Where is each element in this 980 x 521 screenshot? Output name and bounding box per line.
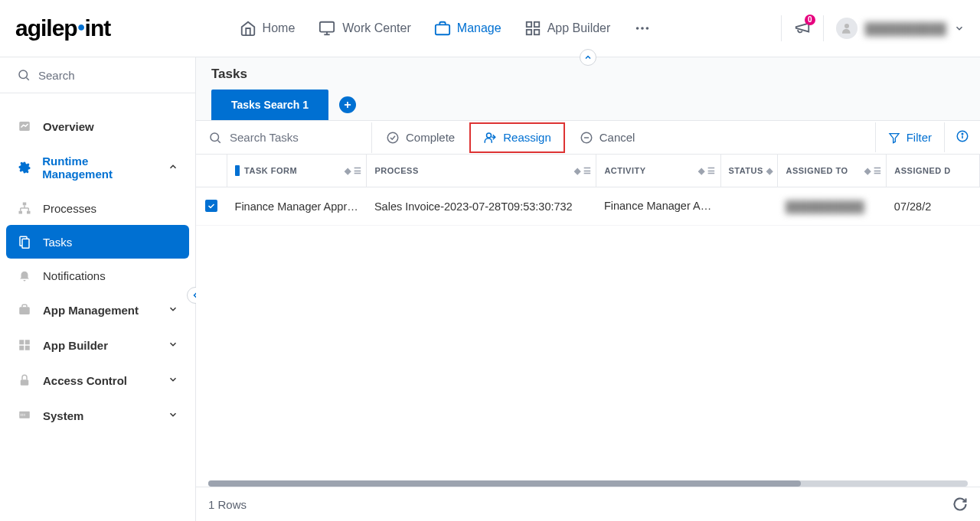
nav-app-builder[interactable]: App Builder (524, 20, 611, 37)
grid-footer: 1 Rows (196, 487, 980, 521)
tasks-grid: TASK FORM ◆ ☰ PROCESS ◆ ☰ ACTIVITY ◆ ☰ (196, 155, 980, 474)
svg-rect-3 (436, 24, 449, 34)
svg-point-12 (19, 70, 28, 79)
sidebar-sub-label: Tasks (43, 236, 72, 249)
col-task-form[interactable]: TASK FORM ◆ ☰ (227, 155, 367, 187)
check-icon (207, 201, 216, 210)
sidebar-item-app-management[interactable]: App Management (0, 292, 195, 327)
col-status[interactable]: STATUS ◆ (720, 155, 778, 187)
sort-controls[interactable]: ◆ ☰ (864, 166, 882, 176)
logo-dot: ● (77, 19, 85, 35)
col-label: TASK FORM (244, 166, 297, 175)
col-label: ACTIVITY (604, 166, 645, 175)
cell-process: Sales Invoice-2023-07-28T09:53:30:732 (367, 187, 596, 226)
svg-rect-7 (534, 30, 538, 34)
row-checkbox[interactable] (205, 200, 217, 212)
add-tab-button[interactable] (339, 96, 356, 113)
svg-rect-25 (19, 307, 30, 314)
chevron-down-icon (168, 409, 178, 422)
cell-task-form: Finance Manager Appro… (227, 187, 367, 226)
svg-point-37 (211, 133, 219, 142)
task-form-icon (235, 165, 240, 176)
search-icon (208, 131, 222, 145)
nav-home[interactable]: Home (240, 20, 296, 37)
sidebar-search-placeholder: Search (38, 69, 75, 82)
chevron-down-icon (954, 23, 965, 34)
complete-label: Complete (406, 131, 455, 144)
home-icon (240, 20, 256, 37)
reassign-button[interactable]: Reassign (469, 122, 565, 153)
nav-home-label: Home (263, 21, 296, 35)
complete-button[interactable]: Complete (372, 122, 469, 153)
sort-controls[interactable]: ◆ ☰ (698, 166, 716, 176)
chevron-down-icon (168, 304, 178, 317)
svg-rect-6 (526, 30, 531, 34)
svg-rect-26 (19, 340, 24, 344)
search-tasks-placeholder: Search Tasks (230, 131, 299, 144)
search-tasks-input[interactable]: Search Tasks (196, 122, 372, 153)
check-circle-icon (386, 131, 400, 145)
nav-more[interactable] (633, 20, 652, 37)
toolbar: Search Tasks Complete Reassign Cancel Fi… (196, 120, 980, 155)
chevron-up-icon (168, 161, 178, 174)
svg-rect-17 (19, 211, 23, 214)
col-process[interactable]: PROCESS ◆ ☰ (367, 155, 596, 187)
nav-work-center-label: Work Center (342, 21, 411, 35)
expand-header-button[interactable] (580, 49, 596, 66)
nav-manage[interactable]: Manage (434, 20, 501, 37)
grid-apps-icon (524, 20, 541, 37)
horizontal-scrollbar[interactable] (208, 480, 968, 487)
col-checkbox[interactable] (196, 155, 227, 187)
table-row[interactable]: Finance Manager Appro… Sales Invoice-202… (196, 187, 980, 226)
svg-rect-28 (19, 346, 24, 350)
row-checkbox-cell[interactable] (196, 187, 227, 226)
svg-rect-5 (534, 22, 538, 27)
layout: Search Overview Runtime Management Proce… (0, 57, 980, 521)
suitcase-icon (17, 303, 32, 317)
cell-assigned-date: 07/28/2 (887, 187, 980, 226)
svg-rect-24 (22, 239, 29, 248)
plus-icon (342, 99, 353, 110)
sidebar-item-app-builder[interactable]: App Builder (0, 327, 195, 363)
sidebar-item-system[interactable]: System (0, 398, 195, 433)
sort-controls[interactable]: ◆ ☰ (345, 166, 362, 176)
sidebar-item-access-control[interactable]: Access Control (0, 363, 195, 398)
col-label: ASSIGNED D (894, 166, 950, 175)
sidebar-sub-notifications[interactable]: Notifications (0, 259, 195, 292)
sidebar-search[interactable]: Search (0, 57, 195, 93)
col-assigned-to[interactable]: ASSIGNED TO ◆ ☰ (778, 155, 887, 187)
reassign-icon (483, 131, 497, 145)
sidebar-item-runtime-management[interactable]: Runtime Management (0, 144, 195, 191)
col-activity[interactable]: ACTIVITY ◆ ☰ (596, 155, 720, 187)
sidebar-sub-label: Processes (43, 202, 96, 215)
scrollbar-thumb[interactable] (208, 480, 801, 487)
sidebar-item-label: System (43, 409, 83, 422)
briefcase-icon (434, 20, 451, 37)
col-assigned-date[interactable]: ASSIGNED D (887, 155, 980, 187)
sidebar-sub-tasks[interactable]: Tasks (6, 225, 189, 259)
svg-point-9 (642, 27, 645, 30)
notifications-bell[interactable]: 0 (794, 19, 811, 38)
sort-controls[interactable]: ◆ (766, 166, 773, 176)
tab-tasks-search-1[interactable]: Tasks Search 1 (211, 90, 328, 120)
svg-point-39 (387, 132, 398, 143)
cancel-button[interactable]: Cancel (566, 122, 649, 153)
more-icon (633, 20, 652, 37)
profile-menu[interactable]: ██████████ (836, 18, 965, 39)
svg-point-40 (487, 133, 492, 138)
sidebar-sub-processes[interactable]: Processes (0, 191, 195, 225)
chart-icon (17, 119, 32, 133)
tabs-row: Tasks Search 1 (196, 82, 980, 120)
sort-controls[interactable]: ◆ ☰ (574, 166, 592, 176)
svg-line-13 (26, 77, 28, 80)
system-icon (17, 409, 32, 422)
nav-work-center[interactable]: Work Center (318, 20, 411, 37)
sidebar-sub-label: Notifications (43, 269, 106, 282)
chevron-down-icon (168, 374, 178, 387)
chevron-down-icon (168, 339, 178, 352)
info-button[interactable] (945, 121, 980, 154)
cancel-label: Cancel (599, 131, 635, 144)
refresh-icon[interactable] (952, 497, 968, 512)
sidebar-item-overview[interactable]: Overview (0, 109, 195, 144)
filter-button[interactable]: Filter (875, 122, 945, 152)
